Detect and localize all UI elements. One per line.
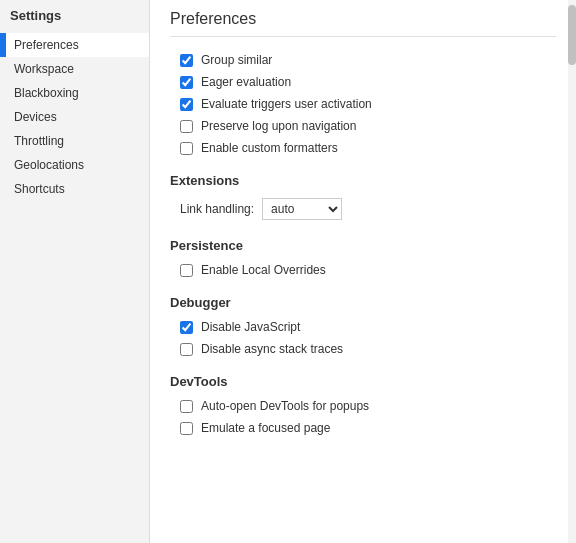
emulate-focused-page-label: Emulate a focused page <box>201 421 330 435</box>
page-title: Preferences <box>170 10 556 37</box>
disable-async-stack-traces-checkbox[interactable] <box>180 343 193 356</box>
emulate-focused-page-checkbox[interactable] <box>180 422 193 435</box>
sidebar-item-label: Shortcuts <box>14 182 65 196</box>
enable-custom-formatters-label: Enable custom formatters <box>201 141 338 155</box>
settings-title: Settings <box>0 0 149 33</box>
persistence-section-title: Persistence <box>170 238 556 253</box>
disable-javascript-checkbox[interactable] <box>180 321 193 334</box>
checkbox-eager-evaluation: Eager evaluation <box>170 75 556 89</box>
disable-javascript-label: Disable JavaScript <box>201 320 300 334</box>
enable-local-overrides-checkbox[interactable] <box>180 264 193 277</box>
eager-evaluation-label: Eager evaluation <box>201 75 291 89</box>
sidebar-item-label: Throttling <box>14 134 64 148</box>
sidebar-item-label: Workspace <box>14 62 74 76</box>
checkbox-group-similar: Group similar <box>170 53 556 67</box>
main-content: Preferences Group similar Eager evaluati… <box>150 0 576 543</box>
sidebar-item-blackboxing[interactable]: Blackboxing <box>0 81 149 105</box>
sidebar-item-shortcuts[interactable]: Shortcuts <box>0 177 149 201</box>
checkbox-evaluate-triggers: Evaluate triggers user activation <box>170 97 556 111</box>
group-similar-checkbox[interactable] <box>180 54 193 67</box>
extensions-section-title: Extensions <box>170 173 556 188</box>
devtools-section-title: DevTools <box>170 374 556 389</box>
sidebar: Settings Preferences Workspace Blackboxi… <box>0 0 150 543</box>
link-handling-label: Link handling: <box>180 202 254 216</box>
enable-custom-formatters-checkbox[interactable] <box>180 142 193 155</box>
debugger-section-title: Debugger <box>170 295 556 310</box>
scrollbar-thumb[interactable] <box>568 5 576 65</box>
sidebar-item-geolocations[interactable]: Geolocations <box>0 153 149 177</box>
checkbox-auto-open-devtools: Auto-open DevTools for popups <box>170 399 556 413</box>
auto-open-devtools-checkbox[interactable] <box>180 400 193 413</box>
sidebar-item-throttling[interactable]: Throttling <box>0 129 149 153</box>
enable-local-overrides-label: Enable Local Overrides <box>201 263 326 277</box>
checkbox-preserve-log: Preserve log upon navigation <box>170 119 556 133</box>
link-handling-row: Link handling: auto always never <box>170 198 556 220</box>
sidebar-item-devices[interactable]: Devices <box>0 105 149 129</box>
checkbox-emulate-focused-page: Emulate a focused page <box>170 421 556 435</box>
preserve-log-label: Preserve log upon navigation <box>201 119 356 133</box>
eager-evaluation-checkbox[interactable] <box>180 76 193 89</box>
checkbox-disable-async-stack-traces: Disable async stack traces <box>170 342 556 356</box>
auto-open-devtools-label: Auto-open DevTools for popups <box>201 399 369 413</box>
evaluate-triggers-label: Evaluate triggers user activation <box>201 97 372 111</box>
evaluate-triggers-checkbox[interactable] <box>180 98 193 111</box>
sidebar-item-label: Devices <box>14 110 57 124</box>
sidebar-item-label: Preferences <box>14 38 79 52</box>
checkbox-disable-javascript: Disable JavaScript <box>170 320 556 334</box>
checkbox-enable-local-overrides: Enable Local Overrides <box>170 263 556 277</box>
sidebar-item-workspace[interactable]: Workspace <box>0 57 149 81</box>
sidebar-item-preferences[interactable]: Preferences <box>0 33 149 57</box>
sidebar-item-label: Blackboxing <box>14 86 79 100</box>
group-similar-label: Group similar <box>201 53 272 67</box>
disable-async-stack-traces-label: Disable async stack traces <box>201 342 343 356</box>
link-handling-select[interactable]: auto always never <box>262 198 342 220</box>
scrollbar[interactable] <box>568 0 576 543</box>
checkbox-enable-custom-formatters: Enable custom formatters <box>170 141 556 155</box>
sidebar-item-label: Geolocations <box>14 158 84 172</box>
preserve-log-checkbox[interactable] <box>180 120 193 133</box>
